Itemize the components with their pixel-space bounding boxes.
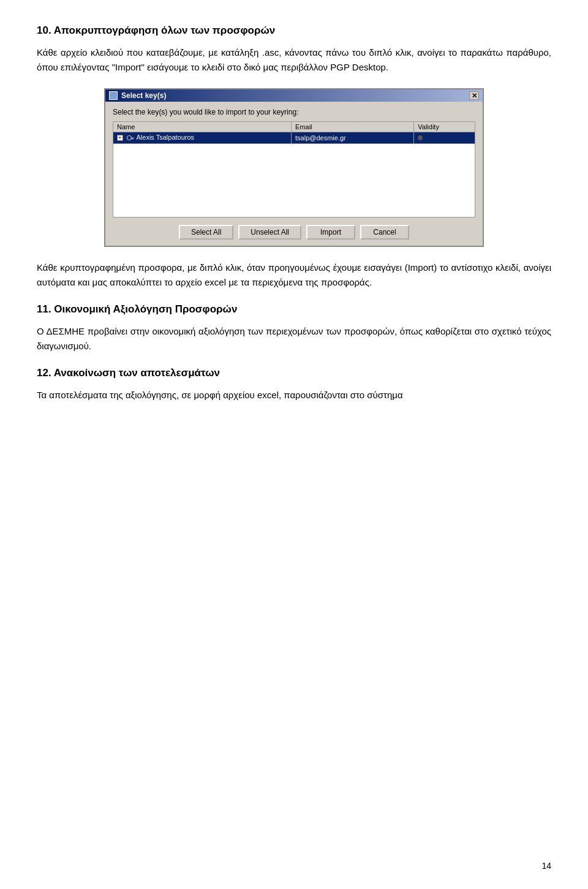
dialog-title-text: Select key(s)	[121, 91, 166, 100]
section11-title: 11. Οικονομική Αξιολόγηση Προσφορών	[37, 303, 551, 316]
row-name: + Alexis Tsalpatouros	[113, 132, 292, 144]
section12-title: 12. Ανακοίνωση των αποτελεσμάτων	[37, 367, 551, 379]
dialog-instruction: Select the key(s) you would like to impo…	[113, 108, 475, 116]
import-button[interactable]: Import	[306, 225, 355, 240]
svg-rect-1	[131, 138, 134, 139]
section10-para1: Κάθε αρχείο κλειδιού που καταεβάζουμε, μ…	[37, 45, 551, 75]
section10-title: 10. Αποκρυπτογράφηση όλων των προσφορών	[37, 25, 551, 37]
dialog-buttons: Select All Unselect All Import Cancel	[113, 225, 475, 240]
key-icon	[126, 134, 135, 142]
dialog-close-button[interactable]: ✕	[469, 91, 479, 100]
row-validity	[414, 132, 475, 144]
section10-para2: Κάθε κρυπτογραφημένη προσφορα, με διπλό …	[37, 260, 551, 290]
col-validity: Validity	[414, 122, 475, 132]
expand-icon: +	[117, 135, 123, 141]
dialog-title-icon	[109, 91, 118, 100]
row-name-text: Alexis Tsalpatouros	[137, 134, 195, 141]
col-name: Name	[113, 122, 292, 132]
dialog-container: Select key(s) ✕ Select the key(s) you wo…	[37, 88, 551, 247]
keys-table: Name Email Validity +	[113, 121, 475, 218]
svg-point-0	[127, 136, 132, 140]
row-email: tsalp@desmie.gr	[292, 132, 414, 144]
dialog-titlebar: Select key(s) ✕	[105, 89, 483, 102]
table-row[interactable]: + Alexis Tsalpatouros tsalp@desmie.gr	[113, 132, 475, 144]
page-number: 14	[541, 861, 551, 871]
dialog-titlebar-title: Select key(s)	[109, 91, 166, 100]
select-keys-dialog: Select key(s) ✕ Select the key(s) you wo…	[104, 88, 484, 247]
cancel-button[interactable]: Cancel	[360, 225, 409, 240]
section12-para: Τα αποτελέσματα της αξιολόγησης, σε μορφ…	[37, 388, 551, 403]
validity-dot	[418, 135, 423, 140]
dialog-body: Select the key(s) you would like to impo…	[105, 102, 483, 246]
select-all-button[interactable]: Select All	[179, 225, 233, 240]
svg-rect-3	[132, 138, 133, 140]
svg-rect-2	[133, 138, 134, 140]
section11-para: Ο ΔΕΣΜΗΕ προβαίνει στην οικονομική αξιολ…	[37, 324, 551, 354]
table-empty-row	[113, 144, 475, 218]
col-email: Email	[292, 122, 414, 132]
unselect-all-button[interactable]: Unselect All	[238, 225, 301, 240]
